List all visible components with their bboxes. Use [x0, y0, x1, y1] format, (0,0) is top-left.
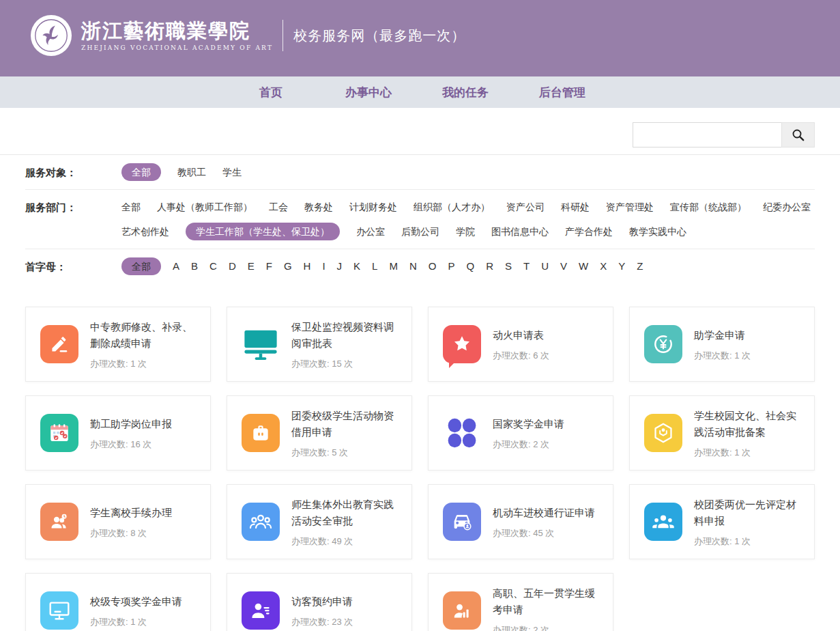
service-card[interactable]: 高职、五年一贯学生缓考申请办理次数: 2 次: [428, 573, 613, 631]
service-card-title: 校团委两优一先评定材料申报: [694, 496, 802, 529]
nav-item-admin[interactable]: 后台管理: [539, 85, 585, 100]
filter-option[interactable]: 后勤公司: [401, 223, 439, 240]
service-card-text: 高职、五年一贯学生缓考申请办理次数: 2 次: [493, 585, 600, 631]
filter-option[interactable]: V: [560, 257, 567, 275]
filter-option-selected[interactable]: 学生工作部（学生处、保卫处）: [186, 223, 340, 240]
filter-option[interactable]: S: [505, 257, 512, 275]
filter-option[interactable]: B: [191, 257, 198, 275]
service-card-title: 高职、五年一贯学生缓考申请: [493, 585, 600, 618]
service-card[interactable]: 校级专项奖学金申请办理次数: 1 次: [25, 573, 211, 631]
filter-option[interactable]: 工会: [269, 198, 288, 216]
search-button[interactable]: [781, 122, 815, 148]
service-card-count: 办理次数: 1 次: [694, 350, 751, 362]
filter-option[interactable]: 纪委办公室: [763, 198, 811, 216]
filter-option[interactable]: A: [173, 257, 179, 275]
service-card[interactable]: 学生校园文化、社会实践活动审批备案办理次数: 1 次: [629, 395, 815, 471]
service-card-title: 机动车进校通行证申请: [493, 505, 595, 521]
filter-option[interactable]: U: [541, 257, 549, 275]
service-card-count: 办理次数: 45 次: [493, 527, 595, 539]
filter-option[interactable]: N: [409, 257, 417, 275]
filter-option-selected[interactable]: 全部: [121, 257, 161, 275]
group-outline-icon: [242, 503, 280, 541]
filter-option[interactable]: L: [372, 257, 377, 275]
service-card[interactable]: 学生离校手续办理办理次数: 8 次: [25, 484, 211, 559]
filter-option[interactable]: R: [486, 257, 493, 275]
filter-option[interactable]: 艺术创作处: [121, 223, 169, 240]
service-card[interactable]: 助学金申请办理次数: 1 次: [629, 307, 815, 382]
filter-option[interactable]: E: [248, 257, 255, 275]
service-card[interactable]: 师生集体外出教育实践活动安全审批办理次数: 49 次: [227, 484, 412, 559]
filter-option[interactable]: 科研处: [561, 198, 590, 216]
filter-option[interactable]: 学院: [456, 223, 475, 240]
filter-option-selected[interactable]: 全部: [121, 163, 161, 181]
filter-option[interactable]: 教学实践中心: [629, 223, 686, 240]
filter-option[interactable]: K: [353, 257, 360, 275]
filter-option[interactable]: F: [266, 257, 272, 275]
service-card[interactable]: 机动车进校通行证申请办理次数: 45 次: [428, 484, 613, 559]
filter-option[interactable]: 教务处: [304, 198, 333, 216]
filter-option[interactable]: 学生: [222, 163, 242, 181]
service-card[interactable]: 中专教师修改、补录、删除成绩申请办理次数: 1 次: [25, 307, 211, 382]
filter-option[interactable]: X: [600, 257, 607, 275]
service-card[interactable]: 国家奖学金申请办理次数: 2 次: [428, 395, 613, 471]
filter-option[interactable]: C: [209, 257, 217, 275]
nav-item-home[interactable]: 首页: [259, 85, 283, 100]
nav-item-service-center[interactable]: 办事中心: [345, 85, 392, 100]
filter-option[interactable]: 办公室: [356, 223, 385, 240]
service-card-title: 学生校园文化、社会实践活动审批备案: [694, 408, 802, 440]
filter-option[interactable]: J: [337, 257, 343, 275]
service-card-count: 办理次数: 1 次: [90, 616, 182, 628]
users-icon: [40, 503, 78, 541]
team-icon: [644, 503, 682, 541]
service-card[interactable]: 动火申请表办理次数: 6 次: [428, 307, 613, 382]
edit-icon: [40, 325, 78, 363]
main-nav: 首页办事中心我的任务后台管理: [0, 76, 840, 108]
search-input[interactable]: [633, 122, 781, 148]
filter-option[interactable]: 计划财务处: [349, 198, 397, 216]
filter-option[interactable]: Z: [637, 257, 643, 275]
nav-item-my-tasks[interactable]: 我的任务: [442, 85, 489, 100]
service-card-text: 动火申请表办理次数: 6 次: [493, 327, 549, 362]
filter-option[interactable]: 资产公司: [506, 198, 545, 216]
service-card-text: 学生离校手续办理办理次数: 8 次: [90, 505, 172, 539]
school-logo-link[interactable]: 浙江藝術職業學院 ZHEJIANG VOCATIONAL ACADEMY OF …: [30, 14, 273, 57]
service-card[interactable]: 勤工助学岗位申报办理次数: 16 次: [25, 395, 211, 471]
filter-option[interactable]: 图书信息中心: [491, 223, 549, 240]
service-card-text: 勤工助学岗位申报办理次数: 16 次: [90, 416, 172, 451]
service-card-title: 勤工助学岗位申报: [90, 416, 172, 432]
filter-options-service-target: 全部教职工学生: [121, 163, 242, 181]
service-card-text: 中专教师修改、补录、删除成绩申请办理次数: 1 次: [90, 319, 198, 370]
filter-option[interactable]: I: [322, 257, 325, 275]
filter-option[interactable]: 人事处（教师工作部）: [157, 198, 252, 216]
filter-option[interactable]: 宣传部（统战部）: [670, 198, 747, 216]
filter-option[interactable]: P: [448, 257, 454, 275]
service-card-title: 访客预约申请: [291, 593, 353, 610]
service-card[interactable]: 保卫处监控视频资料调阅审批表办理次数: 15 次: [227, 307, 412, 382]
service-card[interactable]: 访客预约申请办理次数: 23 次: [227, 573, 412, 631]
filter-option[interactable]: M: [389, 257, 398, 275]
service-card[interactable]: 校团委两优一先评定材料申报办理次数: 1 次: [629, 484, 815, 559]
filter-label-service-department: 服务部门：: [25, 198, 121, 214]
service-card[interactable]: 团委校级学生活动物资借用申请办理次数: 5 次: [227, 395, 412, 471]
filter-option[interactable]: 教职工: [177, 163, 206, 181]
service-card-count: 办理次数: 2 次: [493, 624, 600, 631]
filter-option[interactable]: T: [523, 257, 530, 275]
filter-option[interactable]: O: [429, 257, 437, 275]
filter-option[interactable]: Y: [618, 257, 625, 275]
filter-label-service-target: 服务对象：: [25, 163, 121, 180]
search-section: [0, 108, 840, 155]
filter-option[interactable]: 组织部（人才办）: [414, 198, 490, 216]
filter-option[interactable]: 产学合作处: [565, 223, 613, 240]
filter-option[interactable]: 资产管理处: [606, 198, 654, 216]
filter-option[interactable]: G: [284, 257, 292, 275]
service-card-text: 助学金申请办理次数: 1 次: [694, 327, 751, 362]
filter-option[interactable]: W: [579, 257, 588, 275]
header-divider: [283, 20, 283, 51]
filter-row-service-target: 服务对象：全部教职工学生: [25, 155, 815, 190]
filter-option[interactable]: 全部: [121, 198, 141, 216]
filter-option[interactable]: H: [304, 257, 311, 275]
service-card-text: 学生校园文化、社会实践活动审批备案办理次数: 1 次: [694, 408, 802, 459]
filter-option[interactable]: D: [229, 257, 236, 275]
service-card-text: 机动车进校通行证申请办理次数: 45 次: [493, 505, 595, 539]
filter-option[interactable]: Q: [466, 257, 474, 275]
